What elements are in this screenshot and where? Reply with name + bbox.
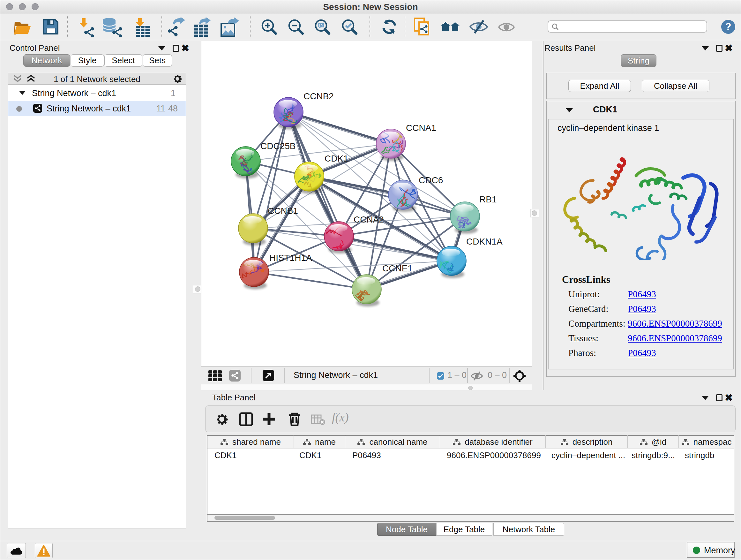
svg-text:CCNE1: CCNE1	[382, 263, 413, 273]
svg-text:RB1: RB1	[479, 194, 496, 204]
svg-text:CDK1: CDK1	[325, 153, 348, 164]
svg-text:CDC6: CDC6	[419, 175, 443, 185]
svg-text:CCNA1: CCNA1	[406, 123, 436, 133]
svg-text:CDKN1A: CDKN1A	[466, 237, 502, 246]
svg-text:CCNB1: CCNB1	[268, 206, 298, 216]
svg-text:CDC25B: CDC25B	[260, 141, 295, 151]
svg-text:CCNA2: CCNA2	[354, 214, 384, 225]
svg-text:CCNB2: CCNB2	[304, 91, 334, 101]
svg-text:HIST1H1A: HIST1H1A	[269, 253, 312, 263]
